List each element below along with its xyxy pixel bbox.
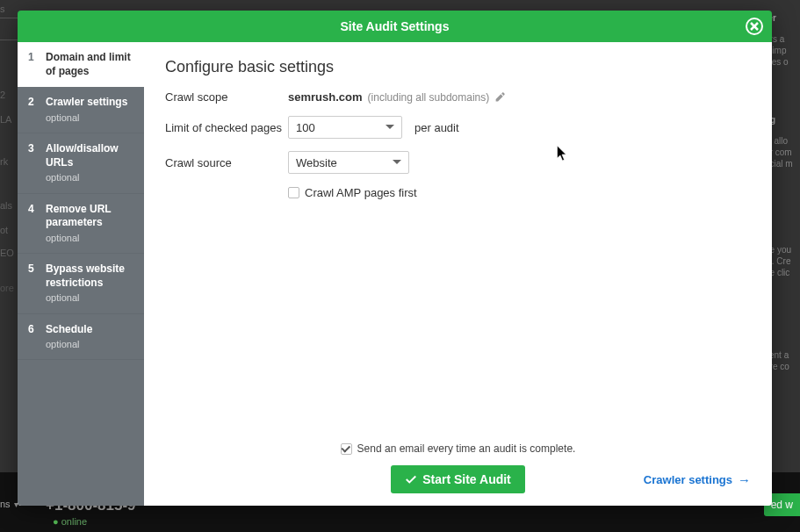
step-number: 6: [28, 323, 37, 337]
sidebar-step-domain-limit[interactable]: 1 Domain and limit of pages: [18, 42, 144, 87]
crawl-scope-label: Crawl scope: [165, 90, 288, 104]
next-link-label: Crawler settings: [644, 473, 732, 486]
start-site-audit-button[interactable]: Start Site Audit: [391, 465, 525, 493]
limit-row: Limit of checked pages 100 per audit: [165, 116, 751, 139]
step-title: Crawler settings: [46, 96, 127, 110]
sidebar-step-schedule[interactable]: 6 Schedule optional: [18, 314, 144, 361]
step-number: 3: [28, 142, 37, 156]
sidebar-step-crawler[interactable]: 2 Crawler settings optional: [18, 87, 144, 133]
step-title: Remove URL parameters: [46, 203, 135, 230]
email-label: Send an email every time an audit is com…: [357, 442, 576, 455]
modal-header: Site Audit Settings: [18, 11, 772, 42]
crawl-scope-row: Crawl scope semrush.com (including all s…: [165, 90, 751, 104]
step-number: 4: [28, 203, 37, 217]
close-icon: [750, 22, 759, 31]
checkmark-icon: [405, 473, 417, 485]
modal-title: Site Audit Settings: [341, 19, 450, 33]
bg-search-box: [0, 18, 19, 40]
bg-left-text: ot: [0, 225, 8, 235]
crawl-scope-subdomains: (including all subdomains): [368, 91, 490, 104]
pencil-icon: [494, 91, 506, 103]
step-optional: optional: [46, 171, 135, 183]
bg-left-text: LA: [0, 114, 11, 125]
crawl-scope-domain: semrush.com: [288, 90, 363, 104]
step-optional: optional: [46, 232, 135, 244]
step-optional: optional: [46, 111, 127, 124]
sidebar-step-allow-disallow[interactable]: 3 Allow/disallow URLs optional: [18, 133, 144, 193]
step-number: 1: [28, 51, 37, 65]
step-number: 5: [28, 262, 37, 277]
step-title: Allow/disallow URLs: [46, 142, 135, 169]
site-audit-settings-modal: Site Audit Settings 1 Domain and limit o…: [18, 11, 772, 506]
source-value: Website: [296, 156, 337, 169]
settings-panel: Configure basic settings Crawl scope sem…: [144, 42, 772, 506]
step-optional: optional: [46, 291, 135, 304]
step-optional: optional: [46, 338, 92, 350]
amp-row: Crawl AMP pages first: [288, 186, 751, 199]
bg-left-text: rk: [0, 156, 8, 167]
sidebar-step-bypass[interactable]: 5 Bypass website restrictions optional: [18, 254, 144, 313]
limit-label: Limit of checked pages: [165, 121, 288, 134]
step-title: Domain and limit of pages: [46, 51, 135, 78]
step-title: Bypass website restrictions: [46, 262, 135, 290]
amp-label: Crawl AMP pages first: [305, 186, 417, 199]
limit-select[interactable]: 100: [288, 116, 402, 139]
per-audit-label: per audit: [414, 121, 459, 134]
edit-crawl-scope-button[interactable]: [494, 91, 506, 103]
arrow-right-icon: →: [738, 473, 751, 486]
source-row: Crawl source Website: [165, 151, 751, 174]
bg-left-text: ore: [0, 283, 14, 293]
source-label: Crawl source: [165, 156, 288, 169]
close-button[interactable]: [746, 18, 763, 35]
step-title: Schedule: [46, 323, 92, 337]
bg-online-status: ● online: [53, 516, 87, 527]
settings-sidebar: 1 Domain and limit of pages 2 Crawler se…: [18, 42, 144, 506]
source-select[interactable]: Website: [288, 151, 409, 174]
email-notify-row: Send an email every time an audit is com…: [165, 442, 751, 455]
email-checkbox[interactable]: [341, 443, 352, 455]
step-number: 2: [28, 96, 37, 110]
bg-left-text: s: [0, 4, 5, 14]
limit-value: 100: [296, 121, 315, 134]
crawler-settings-link[interactable]: Crawler settings →: [644, 473, 751, 486]
amp-checkbox[interactable]: [288, 187, 299, 198]
start-button-label: Start Site Audit: [422, 472, 511, 486]
bg-left-text: als: [0, 200, 12, 211]
bg-left-text: EO: [0, 248, 14, 258]
panel-heading: Configure basic settings: [165, 58, 751, 76]
bg-left-text: 2: [0, 90, 5, 100]
sidebar-step-remove-url[interactable]: 4 Remove URL parameters optional: [18, 194, 144, 254]
